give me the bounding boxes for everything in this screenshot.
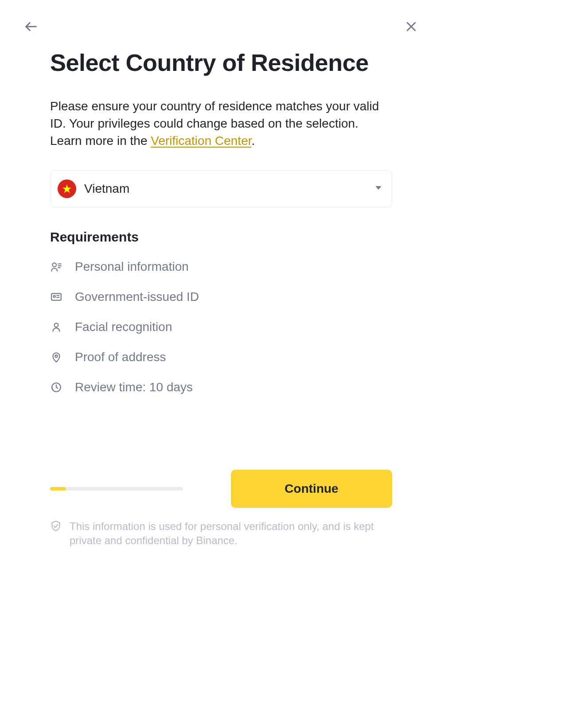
requirement-item: Government-issued ID [50, 290, 392, 304]
svg-marker-4 [375, 186, 381, 190]
svg-marker-3 [62, 184, 71, 193]
requirement-label: Facial recognition [75, 320, 172, 334]
chevron-down-icon [375, 184, 382, 193]
disclaimer: This information is used for personal ve… [50, 519, 392, 548]
face-icon [50, 321, 62, 333]
modal-content: Select Country of Residence Please ensur… [22, 49, 420, 548]
arrow-left-icon [23, 19, 39, 34]
description-text: Please ensure your country of residence … [50, 97, 392, 150]
description-after: . [252, 134, 255, 148]
location-icon [50, 351, 62, 363]
close-icon [405, 20, 418, 33]
svg-point-13 [55, 323, 58, 327]
clock-icon [50, 381, 62, 393]
back-button[interactable] [22, 18, 40, 35]
selected-country-label: Vietnam [84, 182, 375, 196]
continue-button[interactable]: Continue [231, 470, 392, 508]
requirement-item: Personal information [50, 260, 392, 274]
person-info-icon [50, 261, 62, 273]
requirement-item: Proof of address [50, 350, 392, 364]
requirement-label: Proof of address [75, 350, 166, 364]
requirements-heading: Requirements [50, 230, 392, 245]
country-residence-modal: Select Country of Residence Please ensur… [0, 0, 442, 570]
verification-center-link[interactable]: Verification Center [151, 134, 251, 148]
requirement-label: Personal information [75, 260, 189, 274]
close-button[interactable] [402, 18, 420, 35]
page-title: Select Country of Residence [50, 49, 392, 76]
footer-row: Continue [50, 470, 392, 508]
svg-rect-9 [51, 293, 61, 300]
progress-bar [50, 487, 183, 491]
disclaimer-text: This information is used for personal ve… [70, 519, 392, 548]
requirement-label: Government-issued ID [75, 290, 199, 304]
id-card-icon [50, 291, 62, 303]
progress-fill [50, 487, 66, 491]
svg-point-5 [52, 263, 56, 267]
country-select[interactable]: Vietnam [50, 170, 392, 207]
requirement-item: Facial recognition [50, 320, 392, 334]
requirements-list: Personal information Government-issued I… [50, 260, 392, 394]
svg-point-10 [54, 295, 55, 297]
requirement-label: Review time: 10 days [75, 380, 193, 394]
svg-point-14 [55, 355, 57, 357]
requirement-item: Review time: 10 days [50, 380, 392, 394]
shield-check-icon [50, 520, 62, 532]
modal-topbar [22, 18, 420, 35]
flag-vietnam-icon [58, 179, 76, 198]
